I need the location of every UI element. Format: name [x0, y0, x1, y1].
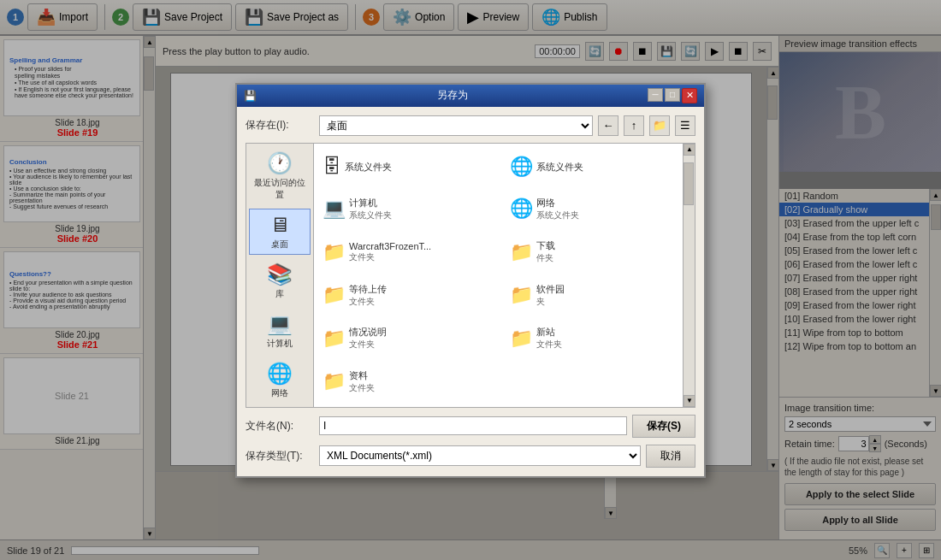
file-scrollbar: ▲ ▼ — [683, 144, 695, 407]
file-sub-9: 文件夹 — [536, 339, 562, 351]
file-browser: 🕐最近访问的位置🖥桌面📚库💻计算机🌐网络 🗄系统义件夹🌐系统义件夹💻计算机系统义… — [246, 143, 695, 408]
dialog-save-btn[interactable]: 保存(S) — [632, 415, 695, 438]
dialog-maximize-btn[interactable]: □ — [665, 88, 680, 102]
file-name-4: Warcraft3FrozenT... — [349, 241, 431, 251]
file-item-0[interactable]: 🗄系统义件夹 — [317, 147, 505, 188]
nav-icon-network: 🌐 — [267, 362, 293, 386]
file-info-3: 网络系统义件夹 — [536, 197, 579, 221]
file-item-3[interactable]: 🌐网络系统义件夹 — [505, 187, 692, 231]
nav-icon-desktop: 🖥 — [269, 213, 290, 237]
file-scroll-down[interactable]: ▼ — [684, 395, 695, 407]
file-icon-7: 📁 — [510, 284, 533, 306]
file-name-3: 网络 — [536, 197, 579, 209]
file-item-10[interactable]: 📁资料文件夹 — [317, 360, 505, 404]
nav-up-btn[interactable]: ↑ — [624, 115, 644, 136]
file-icon-10: 📁 — [323, 370, 346, 392]
dialog-title-icon: 💾 — [244, 90, 257, 102]
nav-label-network: 网络 — [271, 387, 288, 399]
file-icon-4: 📁 — [323, 241, 346, 263]
file-info-4: Warcraft3FrozenT...文件夹 — [349, 241, 431, 263]
filetype-label: 保存类型(T): — [246, 449, 314, 463]
file-sub-3: 系统义件夹 — [536, 209, 579, 221]
file-item-9[interactable]: 📁新站文件夹 — [505, 317, 692, 361]
dialog-controls: ─ □ ✕ — [648, 88, 697, 103]
file-icon-6: 📁 — [323, 284, 346, 306]
file-sub-6: 文件夹 — [349, 296, 387, 308]
left-nav: 🕐最近访问的位置🖥桌面📚库💻计算机🌐网络 — [246, 143, 314, 408]
nav-view-btn[interactable]: ☰ — [675, 115, 695, 136]
file-item-7[interactable]: 📁软件园夹 — [505, 274, 692, 317]
file-info-5: 下载件夹 — [536, 239, 555, 264]
file-sub-7: 夹 — [536, 296, 565, 308]
file-icon-9: 📁 — [510, 327, 533, 350]
file-name-1: 系统义件夹 — [536, 161, 583, 174]
file-name-0: 系统义件夹 — [345, 161, 392, 174]
file-name-10: 资料 — [349, 369, 375, 382]
nav-label-desktop: 桌面 — [271, 239, 288, 251]
file-icon-2: 💻 — [323, 197, 346, 220]
file-name-6: 等待上传 — [349, 283, 387, 296]
file-icon-0: 🗄 — [323, 156, 341, 178]
nav-label-recent: 最近访问的位置 — [252, 177, 308, 201]
file-scroll-up[interactable]: ▲ — [684, 144, 695, 156]
save-location-row: 保存在(I): 桌面 ← ↑ 📁 ☰ — [246, 115, 695, 136]
nav-item-recent[interactable]: 🕐最近访问的位置 — [249, 147, 311, 205]
dialog-titlebar: 💾 另存为 ─ □ ✕ — [237, 85, 704, 107]
file-info-0: 系统义件夹 — [345, 161, 392, 174]
file-item-1[interactable]: 🌐系统义件夹 — [505, 147, 692, 188]
file-sub-10: 文件夹 — [349, 382, 375, 394]
dialog-close-btn[interactable]: ✕ — [682, 88, 697, 103]
file-info-7: 软件园夹 — [536, 283, 565, 308]
filename-input[interactable] — [319, 416, 627, 435]
file-name-9: 新站 — [536, 326, 562, 339]
file-grid: 🗄系统义件夹🌐系统义件夹💻计算机系统义件夹🌐网络系统义件夹📁Warcraft3F… — [314, 144, 695, 407]
filetype-select[interactable]: XML Documents(*.xml) — [319, 445, 641, 466]
file-sub-8: 文件夹 — [349, 339, 387, 351]
filename-row: 文件名(N): 保存(S) — [246, 415, 695, 438]
nav-item-network[interactable]: 🌐网络 — [249, 357, 311, 404]
nav-icon-library: 📚 — [267, 262, 293, 286]
nav-new-folder-btn[interactable]: 📁 — [649, 115, 670, 136]
nav-item-library[interactable]: 📚库 — [249, 258, 311, 304]
file-item-2[interactable]: 💻计算机系统义件夹 — [317, 187, 505, 231]
dialog-cancel-btn[interactable]: 取消 — [646, 445, 695, 468]
file-scroll-thumb[interactable] — [684, 162, 694, 205]
nav-item-desktop[interactable]: 🖥桌面 — [249, 209, 311, 255]
file-item-5[interactable]: 📁下载件夹 — [505, 231, 692, 274]
save-location-label: 保存在(I): — [246, 118, 314, 133]
file-info-8: 情况说明文件夹 — [349, 326, 387, 351]
file-scroll-track — [684, 156, 695, 395]
file-info-6: 等待上传文件夹 — [349, 283, 387, 308]
file-name-7: 软件园 — [536, 283, 565, 296]
nav-icon-computer: 💻 — [267, 312, 293, 336]
file-info-10: 资料文件夹 — [349, 369, 375, 394]
file-name-2: 计算机 — [349, 197, 392, 209]
file-area: 🗄系统义件夹🌐系统义件夹💻计算机系统义件夹🌐网络系统义件夹📁Warcraft3F… — [314, 143, 695, 408]
file-info-2: 计算机系统义件夹 — [349, 197, 392, 221]
nav-label-library: 库 — [275, 288, 284, 300]
nav-back-btn[interactable]: ← — [598, 115, 618, 136]
file-icon-1: 🌐 — [510, 156, 533, 178]
file-icon-8: 📁 — [323, 327, 346, 350]
file-info-9: 新站文件夹 — [536, 326, 562, 351]
file-sub-2: 系统义件夹 — [349, 209, 392, 221]
nav-label-computer: 计算机 — [267, 338, 293, 350]
file-name-8: 情况说明 — [349, 326, 387, 339]
nav-item-computer[interactable]: 💻计算机 — [249, 308, 311, 354]
save-dialog: 💾 另存为 ─ □ ✕ 保存在(I): 桌面 ← ↑ 📁 ☰ — [235, 83, 706, 478]
file-info-1: 系统义件夹 — [536, 161, 583, 174]
nav-icon-recent: 🕐 — [267, 151, 293, 175]
file-icon-3: 🌐 — [510, 197, 533, 220]
save-location-select[interactable]: 桌面 — [319, 115, 593, 136]
filename-label: 文件名(N): — [246, 419, 314, 433]
file-sub-4: 文件夹 — [349, 251, 431, 263]
dialog-minimize-btn[interactable]: ─ — [648, 88, 663, 102]
filetype-row: 保存类型(T): XML Documents(*.xml) 取消 — [246, 445, 695, 468]
file-item-8[interactable]: 📁情况说明文件夹 — [317, 317, 505, 361]
file-item-4[interactable]: 📁Warcraft3FrozenT...文件夹 — [317, 231, 505, 274]
dialog-overlay: 💾 另存为 ─ □ ✕ 保存在(I): 桌面 ← ↑ 📁 ☰ — [0, 0, 941, 560]
file-name-5: 下载 — [536, 239, 555, 252]
file-sub-5: 件夹 — [536, 252, 555, 264]
file-item-6[interactable]: 📁等待上传文件夹 — [317, 274, 505, 317]
file-icon-5: 📁 — [510, 241, 533, 263]
